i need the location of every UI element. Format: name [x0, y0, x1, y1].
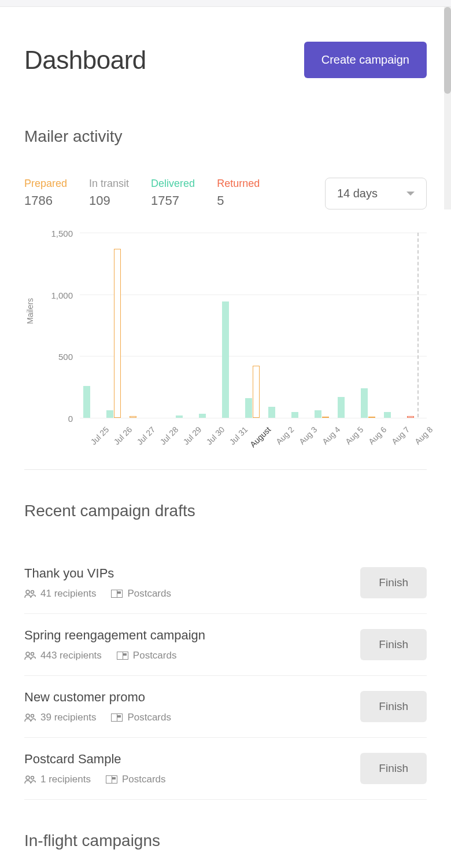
chart-bar-group: [384, 412, 391, 418]
stat-delivered-label: Delivered: [151, 178, 195, 190]
chart-bar-group: [291, 412, 298, 418]
create-campaign-button[interactable]: Create campaign: [304, 42, 427, 78]
chart-bar-group: [222, 301, 229, 418]
chart-x-tick: Aug 2: [269, 425, 296, 452]
finish-button[interactable]: Finish: [360, 629, 427, 660]
draft-info: Thank you VIPs41 recipientsPostcards: [24, 566, 171, 599]
stat-returned-label: Returned: [217, 178, 260, 190]
bar-delivered: [338, 397, 345, 418]
stat-returned: Returned 5: [217, 178, 260, 208]
draft-title: Spring reengagement campaign: [24, 628, 205, 643]
top-separator: [0, 0, 451, 7]
chart-x-tick: Aug 5: [338, 425, 365, 452]
draft-type-text: Postcards: [127, 588, 171, 599]
svg-point-7: [31, 777, 34, 779]
bar-delivered: [384, 412, 391, 418]
draft-type: Postcards: [106, 774, 166, 785]
recent-drafts-title: Recent campaign drafts: [24, 502, 427, 520]
chart-bar-group: [407, 416, 414, 418]
stat-in-transit-label: In transit: [89, 178, 129, 190]
mailer-activity-title: Mailer activity: [24, 127, 427, 146]
svg-point-5: [31, 715, 34, 718]
chart-x-tick: August: [246, 425, 273, 452]
chart-bar-group: [106, 249, 121, 418]
draft-row: Postcard Sample1 recipientsPostcardsFini…: [24, 738, 427, 800]
draft-type-text: Postcards: [133, 650, 177, 661]
draft-meta: 443 recipientsPostcards: [24, 650, 205, 661]
draft-recipients: 443 recipients: [24, 650, 102, 661]
stat-prepared-value: 1786: [24, 193, 67, 208]
mailer-stats: Prepared 1786 In transit 109 Delivered 1…: [24, 178, 260, 208]
stat-delivered: Delivered 1757: [151, 178, 195, 208]
svg-point-1: [31, 591, 34, 594]
finish-button[interactable]: Finish: [360, 691, 427, 722]
chart-bar-group: [130, 416, 136, 418]
finish-button[interactable]: Finish: [360, 753, 427, 784]
bar-delivered: [245, 398, 252, 418]
draft-type-text: Postcards: [127, 712, 171, 723]
draft-row: Spring reengagement campaign443 recipien…: [24, 614, 427, 676]
finish-button[interactable]: Finish: [360, 567, 427, 598]
postcard-icon: [117, 652, 128, 660]
chart-y-tick: 1,500: [51, 229, 73, 238]
scrollbar[interactable]: [444, 7, 451, 209]
draft-meta: 41 recipientsPostcards: [24, 588, 171, 599]
draft-title: Thank you VIPs: [24, 566, 171, 581]
draft-info: Postcard Sample1 recipientsPostcards: [24, 752, 166, 785]
draft-info: New customer promo39 recipientsPostcards: [24, 690, 171, 723]
bar-delivered: [315, 410, 321, 418]
bar-delivered: [199, 414, 206, 418]
postcard-icon: [106, 775, 117, 784]
bar-delivered: [361, 388, 368, 418]
svg-point-6: [26, 776, 29, 779]
page-title: Dashboard: [24, 46, 146, 75]
chart-bar-group: [338, 397, 345, 418]
mailer-activity-chart: Mailers 05001,0001,500Jul 25Jul 26Jul 27…: [24, 233, 427, 470]
chart-x-tick: Jul 31: [223, 425, 250, 452]
in-flight-title: In-flight campaigns: [24, 832, 427, 850]
chart-today-marker: [417, 233, 419, 417]
draft-row: Thank you VIPs41 recipientsPostcardsFini…: [24, 552, 427, 614]
bar-returned: [407, 416, 414, 418]
draft-meta: 39 recipientsPostcards: [24, 712, 171, 723]
chevron-down-icon: [406, 192, 415, 196]
draft-title: Postcard Sample: [24, 752, 166, 767]
draft-recipients: 39 recipients: [24, 712, 96, 723]
recipients-icon: [24, 775, 36, 784]
postcard-icon: [111, 590, 123, 598]
chart-gridline: 500: [80, 356, 427, 356]
bar-delivered: [106, 410, 113, 418]
bar-prepared: [130, 416, 136, 418]
chart-bar-group: [83, 386, 90, 418]
chart-y-axis-label: Mailers: [25, 298, 35, 324]
svg-point-2: [26, 652, 29, 656]
date-range-value: 14 days: [337, 187, 378, 200]
chart-y-tick: 500: [58, 352, 73, 362]
bar-prepared: [114, 249, 121, 418]
svg-point-4: [26, 714, 29, 718]
chart-x-tick: Aug 7: [385, 425, 412, 452]
draft-type-text: Postcards: [122, 774, 166, 785]
stat-delivered-value: 1757: [151, 193, 195, 208]
chart-gridline: 1,000: [80, 295, 427, 295]
chart-x-tick: Aug 4: [315, 425, 342, 452]
chart-x-tick: Jul 30: [199, 425, 227, 452]
chart-y-tick: 1,000: [51, 290, 73, 300]
draft-recipients: 1 recipients: [24, 774, 91, 785]
chart-bar-group: [315, 410, 329, 418]
chart-bar-group: [176, 415, 183, 418]
scrollbar-thumb[interactable]: [444, 7, 451, 94]
draft-type: Postcards: [111, 588, 171, 599]
chart-x-tick: Jul 25: [84, 425, 111, 452]
chart-x-tick: Jul 26: [107, 425, 134, 452]
draft-recipients-text: 39 recipients: [40, 712, 96, 723]
bar-prepared: [322, 417, 329, 418]
draft-title: New customer promo: [24, 690, 171, 705]
draft-info: Spring reengagement campaign443 recipien…: [24, 628, 205, 661]
chart-x-tick: Aug 3: [292, 425, 319, 452]
draft-type: Postcards: [117, 650, 177, 661]
date-range-selector[interactable]: 14 days: [325, 178, 427, 209]
chart-x-tick: Aug 6: [361, 425, 389, 452]
chart-bar-group: [245, 366, 260, 418]
chart-x-tick: Jul 29: [176, 425, 204, 452]
